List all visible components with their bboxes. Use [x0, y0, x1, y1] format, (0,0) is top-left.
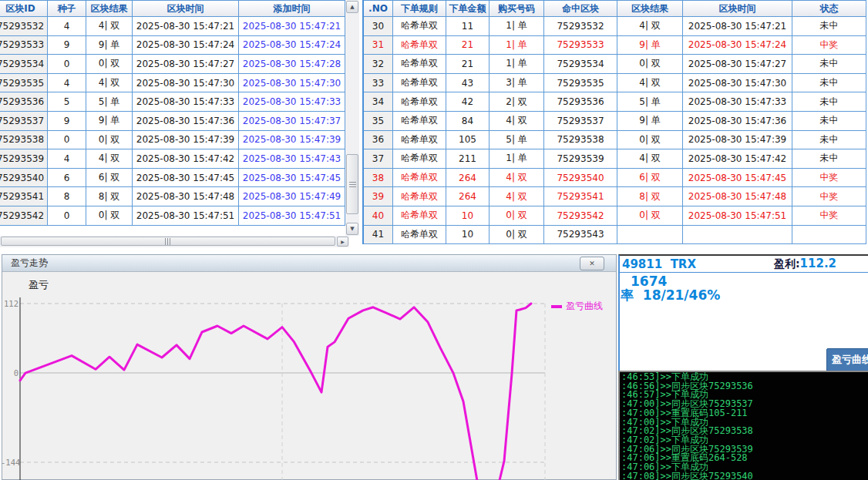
cell-rule: 哈希单双: [393, 149, 446, 169]
table-row[interactable]: 75293539 4 4| 双 2025-08-30 15:47:42 2025…: [0, 149, 345, 169]
cell-time: 2025-08-30 15:47:39: [683, 131, 792, 150]
cell-number: 4| 双: [490, 169, 544, 188]
cell-no: 36: [364, 131, 393, 150]
table-row[interactable]: 75293534 0 0| 双 2025-08-30 15:47:27 2025…: [0, 55, 345, 74]
blocks-table-header: 区块ID 种子 区块结果 区块时间 添加时间: [0, 0, 345, 17]
vertical-scrollbar[interactable]: ▲ ▼: [345, 0, 359, 236]
table-row[interactable]: 75293541 8 8| 双 2025-08-30 15:47:48 2025…: [0, 187, 345, 206]
cell-rule: 哈希单双: [393, 74, 446, 93]
table-row[interactable]: 36 哈希单双 105 5| 单 75293538 0| 双 2025-08-3…: [364, 131, 868, 150]
table-row[interactable]: 75293532 4 4| 双 2025-08-30 15:47:21 2025…: [0, 17, 345, 36]
horizontal-scrollbar[interactable]: ▶: [0, 236, 349, 247]
log-console[interactable]: :46:53]>>下单成功:46:56]>>同步区块75293536:46:57…: [618, 371, 868, 480]
column-header-rule[interactable]: 下单规则: [393, 0, 446, 17]
table-row[interactable]: 75293542 0 0| 双 2025-08-30 15:47:51 2025…: [0, 206, 345, 226]
close-button[interactable]: ✕: [580, 257, 604, 270]
cell-no: 41: [364, 226, 393, 245]
profit-curve-line: [20, 304, 531, 480]
table-row[interactable]: 75293540 6 6| 双 2025-08-30 15:47:45 2025…: [0, 169, 345, 188]
table-row[interactable]: 31 哈希单双 21 1| 单 75293533 9| 单 2025-08-30…: [364, 36, 868, 55]
column-header-result[interactable]: 区块结果: [86, 0, 133, 17]
table-row[interactable]: 75293538 0 0| 双 2025-08-30 15:47:39 2025…: [0, 131, 345, 150]
cell-hit-block: 75293537: [544, 112, 617, 131]
table-row[interactable]: 35 哈希单双 84 4| 双 75293537 9| 单 2025-08-30…: [364, 112, 868, 131]
cell-hit-block: 75293534: [544, 55, 617, 74]
column-header-block-id[interactable]: 区块ID: [0, 0, 48, 17]
column-header-seed[interactable]: 种子: [48, 0, 86, 17]
cell-result: 4| 双: [617, 149, 683, 169]
cell-result: 9| 单: [86, 112, 133, 131]
table-row[interactable]: 75293535 4 4| 双 2025-08-30 15:47:30 2025…: [0, 74, 345, 93]
profit-curve-button[interactable]: 盈亏曲线: [826, 348, 868, 371]
cell-added-time: 2025-08-30 15:47:37: [239, 112, 345, 131]
scroll-right-icon: ▶: [341, 239, 345, 244]
cell-block-time: 2025-08-30 15:47:48: [133, 187, 239, 206]
table-row[interactable]: 39 哈希单双 264 4| 双 75293541 8| 双 2025-08-3…: [364, 187, 868, 206]
column-header-hit-block[interactable]: 命中区块: [544, 0, 617, 17]
cell-time: 2025-08-30 15:47:42: [683, 149, 792, 169]
thumb-grip-icon: [165, 238, 171, 245]
table-row[interactable]: 41 哈希单双 10 0| 双 75293543: [364, 226, 868, 245]
scroll-down-button[interactable]: ▼: [346, 223, 358, 235]
cell-no: 39: [364, 187, 393, 206]
cell-number: 0| 双: [490, 206, 544, 226]
profit-readout: 盈利:112.2: [774, 257, 836, 271]
table-row[interactable]: 33 哈希单双 43 3| 单 75293535 4| 双 2025-08-30…: [364, 74, 868, 93]
cell-amount: 11: [446, 17, 490, 36]
cell-number: 1| 单: [490, 36, 544, 55]
cell-time: 2025-08-30 15:47:24: [683, 36, 792, 55]
scroll-up-button[interactable]: ▲: [346, 1, 358, 13]
profit-value: 112.2: [800, 257, 836, 270]
cell-result: [617, 226, 683, 245]
table-row[interactable]: 30 哈希单双 11 1| 单 75293532 4| 双 2025-08-30…: [364, 17, 868, 36]
legend-line-swatch: [551, 305, 562, 308]
column-header-added-time[interactable]: 添加时间: [239, 0, 345, 17]
table-row[interactable]: 75293536 5 5| 单 2025-08-30 15:47:33 2025…: [0, 92, 345, 112]
table-row[interactable]: 75293537 9 9| 单 2025-08-30 15:47:36 2025…: [0, 112, 345, 131]
column-header-status[interactable]: 状态: [792, 0, 866, 17]
column-header-result[interactable]: 区块结果: [617, 0, 683, 17]
cell-status: 未中: [792, 17, 866, 36]
table-row[interactable]: 75293533 9 9| 单 2025-08-30 15:47:24 2025…: [0, 36, 345, 55]
cell-status: 中奖: [792, 169, 866, 188]
column-header-amount[interactable]: 下单金额: [446, 0, 490, 17]
orders-table-body: 30 哈希单双 11 1| 单 75293532 4| 双 2025-08-30…: [364, 17, 868, 244]
cell-amount: 105: [446, 131, 490, 150]
cell-seed: 5: [48, 92, 86, 112]
cell-block-id: 75293533: [0, 36, 48, 55]
cell-no: 35: [364, 112, 393, 131]
cell-added-time: 2025-08-30 15:47:24: [239, 36, 345, 55]
cell-hit-block: 75293538: [544, 131, 617, 150]
column-header-block-time[interactable]: 区块时间: [133, 0, 239, 17]
cell-added-time: 2025-08-30 15:47:39: [239, 131, 345, 150]
cell-added-time: 2025-08-30 15:47:21: [239, 17, 345, 36]
cell-status: 中奖: [792, 36, 866, 55]
table-row[interactable]: 34 哈希单双 42 2| 双 75293536 5| 单 2025-08-30…: [364, 92, 868, 112]
scroll-right-button[interactable]: ▶: [337, 237, 348, 247]
table-row[interactable]: 37 哈希单双 211 1| 单 75293539 4| 双 2025-08-3…: [364, 149, 868, 169]
cell-amount: 211: [446, 149, 490, 169]
cell-block-time: 2025-08-30 15:47:24: [133, 36, 239, 55]
cell-status: 未中: [792, 112, 866, 131]
cell-amount: 21: [446, 55, 490, 74]
table-row[interactable]: 40 哈希单双 10 0| 双 75293542 0| 双 2025-08-30…: [364, 206, 868, 226]
table-row[interactable]: 38 哈希单双 264 4| 双 75293540 6| 双 2025-08-3…: [364, 169, 868, 188]
cell-added-time: 2025-08-30 15:47:49: [239, 187, 345, 206]
vertical-scrollbar-thumb[interactable]: [346, 154, 358, 214]
cell-time: 2025-08-30 15:47:27: [683, 55, 792, 74]
scroll-down-icon: ▼: [350, 226, 354, 232]
cell-block-id: 75293542: [0, 206, 48, 226]
cell-number: 3| 单: [490, 74, 544, 93]
chart-window-titlebar[interactable]: 盈亏走势 ✕: [2, 255, 616, 272]
cell-result: 6| 双: [86, 169, 133, 188]
column-header-number[interactable]: 购买号码: [490, 0, 544, 17]
column-header-time[interactable]: 区块时间: [683, 0, 792, 17]
cell-rule: 哈希单双: [393, 169, 446, 188]
cell-amount: 21: [446, 36, 490, 55]
cell-hit-block: 75293540: [544, 169, 617, 188]
cell-hit-block: 75293536: [544, 92, 617, 112]
table-row[interactable]: 32 哈希单双 21 1| 单 75293534 0| 双 2025-08-30…: [364, 55, 868, 74]
column-header-no[interactable]: .NO: [364, 0, 393, 17]
horizontal-scrollbar-thumb[interactable]: [1, 237, 335, 246]
log-lines: :46:53]>>下单成功:46:56]>>同步区块75293536:46:57…: [621, 373, 868, 480]
